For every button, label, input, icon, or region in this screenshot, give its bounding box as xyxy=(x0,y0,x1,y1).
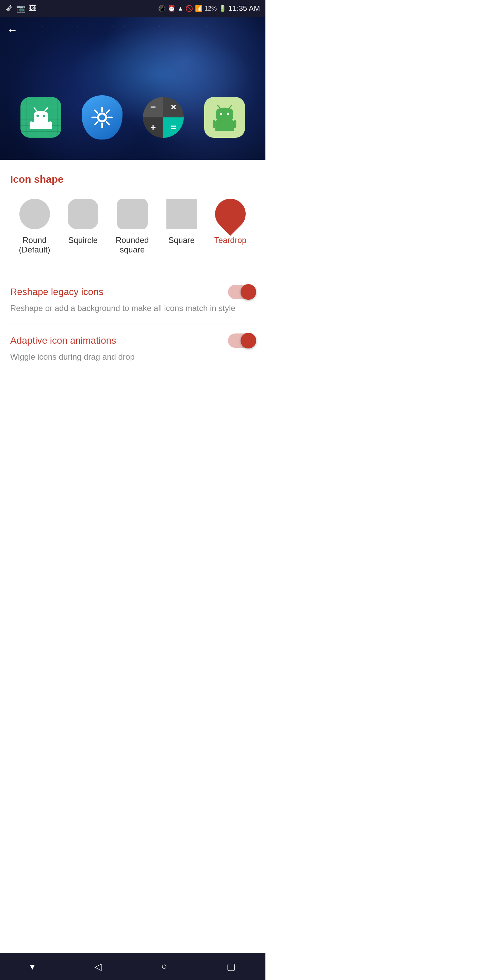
svg-point-3 xyxy=(43,115,45,117)
hero-icon-android-grid xyxy=(21,97,61,138)
shape-option-square[interactable]: Square xyxy=(166,199,197,245)
svg-line-14 xyxy=(95,110,98,113)
svg-line-15 xyxy=(107,122,109,124)
calc-minus: − xyxy=(143,97,163,118)
svg-rect-22 xyxy=(215,120,234,131)
shape-label-squircle: Squircle xyxy=(68,235,98,245)
bottom-nav: ▾ ◁ ○ ▢ xyxy=(0,953,266,980)
svg-rect-24 xyxy=(234,120,236,128)
shape-label-rounded-square: Roundedsquare xyxy=(116,235,149,255)
shape-label-teardrop: Teardrop xyxy=(215,235,247,245)
signal-icon: 📶 xyxy=(195,5,202,12)
icon-shapes-row: Round(Default) Squircle Roundedsquare Sq… xyxy=(10,199,255,255)
svg-point-9 xyxy=(98,113,106,121)
shape-label-square: Square xyxy=(169,235,195,245)
image-icon: 🖼 xyxy=(29,4,37,13)
shape-preview-teardrop xyxy=(208,192,252,235)
svg-rect-6 xyxy=(49,121,52,129)
nav-dropdown-button[interactable]: ▾ xyxy=(23,958,41,975)
svg-point-20 xyxy=(220,113,222,115)
wifi-icon: ▲ xyxy=(177,5,183,12)
hero-icon-android-green xyxy=(204,97,245,138)
nav-back-button[interactable]: ◁ xyxy=(88,958,108,975)
svg-rect-5 xyxy=(30,121,33,129)
vibrate-icon: 📳 xyxy=(158,5,166,12)
shape-preview-squircle xyxy=(68,199,98,229)
reshape-legacy-icons-toggle[interactable] xyxy=(228,285,255,299)
svg-line-19 xyxy=(229,105,232,108)
hero-wallpaper: ← xyxy=(0,17,266,160)
reshape-legacy-icons-title: Reshape legacy icons xyxy=(10,286,103,298)
nav-recents-button[interactable]: ▢ xyxy=(220,958,242,975)
hero-icon-calculator: − × + = xyxy=(143,97,184,138)
signal-off-icon: 🚫 xyxy=(185,5,193,12)
section-title: Icon shape xyxy=(10,173,255,185)
svg-line-17 xyxy=(95,122,98,124)
shape-option-teardrop[interactable]: Teardrop xyxy=(215,199,247,245)
hero-icon-settings xyxy=(82,95,123,140)
adaptive-icon-animations-header: Adaptive icon animations xyxy=(10,334,255,348)
reshape-legacy-icons-description: Reshape or add a background to make all … xyxy=(10,302,255,314)
svg-rect-4 xyxy=(33,121,49,129)
reshape-legacy-icons-knob xyxy=(240,284,256,300)
reshape-legacy-icons-row: Reshape legacy icons Reshape or add a ba… xyxy=(10,275,255,324)
shape-option-rounded-square[interactable]: Roundedsquare xyxy=(116,199,149,255)
calc-plus: + xyxy=(143,118,163,138)
svg-rect-23 xyxy=(213,120,215,128)
hero-icons: − × + = xyxy=(0,95,266,140)
shape-preview-square xyxy=(166,199,197,229)
svg-point-21 xyxy=(227,113,229,115)
shape-option-squircle[interactable]: Squircle xyxy=(68,199,98,245)
calc-times: × xyxy=(163,97,184,118)
nyt-icon: 🗞 xyxy=(5,4,13,13)
alarm-icon: ⏰ xyxy=(168,5,175,12)
svg-line-1 xyxy=(45,108,48,111)
adaptive-icon-animations-title: Adaptive icon animations xyxy=(10,335,116,346)
nav-home-button[interactable]: ○ xyxy=(154,958,174,975)
battery-icon: 🔋 xyxy=(219,5,226,12)
adaptive-icon-animations-row: Adaptive icon animations Wiggle icons du… xyxy=(10,324,255,372)
battery-level: 12% xyxy=(205,5,217,12)
svg-line-0 xyxy=(34,108,37,111)
adaptive-icon-animations-knob xyxy=(240,333,256,348)
status-time: 11:35 AM xyxy=(228,4,260,13)
shape-preview-round xyxy=(19,199,50,229)
calc-equals: = xyxy=(163,118,184,138)
status-bar-left: 🗞 📷 🖼 xyxy=(5,4,37,13)
svg-line-18 xyxy=(218,105,220,108)
video-icon: 📷 xyxy=(16,4,25,13)
main-content: Icon shape Round(Default) Squircle Round… xyxy=(0,160,266,385)
svg-line-16 xyxy=(107,110,109,113)
svg-point-2 xyxy=(37,115,39,117)
status-bar: 🗞 📷 🖼 📳 ⏰ ▲ 🚫 📶 12% 🔋 11:35 AM xyxy=(0,0,266,17)
shape-label-round: Round(Default) xyxy=(19,235,50,255)
adaptive-icon-animations-description: Wiggle icons during drag and drop xyxy=(10,351,255,363)
status-bar-right: 📳 ⏰ ▲ 🚫 📶 12% 🔋 11:35 AM xyxy=(158,4,260,13)
reshape-legacy-icons-header: Reshape legacy icons xyxy=(10,285,255,299)
shape-option-round[interactable]: Round(Default) xyxy=(19,199,50,255)
back-button[interactable]: ← xyxy=(7,24,18,37)
shape-preview-rounded-square xyxy=(117,199,148,229)
adaptive-icon-animations-toggle[interactable] xyxy=(228,334,255,348)
